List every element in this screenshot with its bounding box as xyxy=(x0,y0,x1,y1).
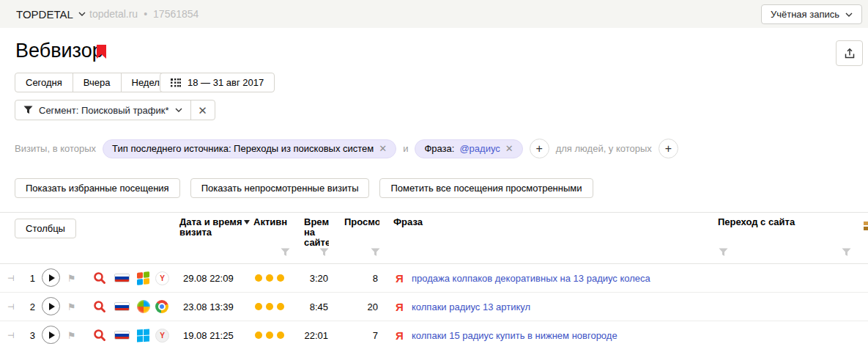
yandex-search-icon: Я xyxy=(396,264,404,292)
visit-datetime: 23.08 13:39 xyxy=(183,293,234,321)
column-filter-icon[interactable] xyxy=(281,248,290,257)
column-header-views[interactable]: Просмот xyxy=(344,217,379,227)
activity-indicator xyxy=(255,264,284,292)
page-title: Вебвизор xyxy=(15,40,103,62)
pin-handle-icon[interactable]: ⊣ xyxy=(7,293,15,321)
action-button-row: Показать избранные посещения Показать не… xyxy=(15,178,593,198)
preset-yesterday-button[interactable]: Вчера xyxy=(73,73,122,92)
show-favorites-button[interactable]: Показать избранные посещения xyxy=(15,178,180,198)
column-filter-icon[interactable] xyxy=(842,248,851,257)
segment-button[interactable]: Сегмент: Поисковый трафик* xyxy=(15,100,190,120)
clipped-header-icon xyxy=(864,222,868,232)
date-range-button[interactable]: 18 — 31 авг 2017 xyxy=(160,73,275,92)
chevron-down-icon xyxy=(175,108,182,112)
play-icon xyxy=(49,274,55,282)
people-condition-label: для людей, у которых xyxy=(556,143,652,154)
time-on-site: 8:45 xyxy=(294,293,328,321)
upload-icon xyxy=(844,48,856,59)
flag-icon[interactable]: ⚑ xyxy=(67,321,76,344)
plus-icon: + xyxy=(536,142,543,155)
close-icon: ✕ xyxy=(198,105,207,116)
mark-all-viewed-button[interactable]: Пометить все посещения просмотренными xyxy=(379,178,593,198)
time-on-site: 3:20 xyxy=(294,264,328,292)
account-menu-label: Учётная запись xyxy=(771,9,839,20)
search-phrase-link[interactable]: продажа колпаков декоративных на 13 ради… xyxy=(412,273,650,284)
column-header-datetime[interactable]: Дата и время визита xyxy=(179,217,247,238)
add-visit-condition-button[interactable]: + xyxy=(530,139,549,158)
column-header-time-on-site[interactable]: Врем на сайте xyxy=(304,217,329,248)
pin-handle-icon[interactable]: ⊣ xyxy=(7,321,15,344)
column-filter-icon[interactable] xyxy=(371,248,380,257)
column-filter-icon[interactable] xyxy=(719,248,728,257)
page-views: 20 xyxy=(346,293,378,321)
site-domain: topdetal.ru xyxy=(89,8,138,20)
phrase-cell: продажа колпаков декоративных на 13 ради… xyxy=(412,264,650,292)
source-type-chip[interactable]: Тип последнего источника: Переходы из по… xyxy=(103,139,396,158)
time-on-site: 22:01 xyxy=(294,321,328,344)
visit-datetime: 29.08 22:09 xyxy=(183,264,234,292)
phrase-chip[interactable]: Фраза: @радиус ✕ xyxy=(415,139,522,158)
os-windows-7-icon xyxy=(137,293,150,321)
region-flag-icon xyxy=(114,331,130,340)
row-number: 3 xyxy=(23,321,35,344)
dot-separator: • xyxy=(144,8,147,20)
visit-datetime: 19.08 21:25 xyxy=(183,321,234,344)
column-header-phrase[interactable]: Фраза xyxy=(393,217,423,227)
table-row: ⊣ 3 ⚑ Y 19.08 21:25 22:01 7 Я xyxy=(0,321,868,344)
account-menu-button[interactable]: Учётная запись xyxy=(761,4,862,24)
segment-control: Сегмент: Поисковый трафик* ✕ xyxy=(15,100,215,120)
os-windows-8-icon xyxy=(137,321,149,344)
preset-today-button[interactable]: Сегодня xyxy=(15,73,73,92)
close-icon[interactable]: ✕ xyxy=(505,144,513,153)
table-header: Столбцы Дата и время визита Активн Врем … xyxy=(0,213,868,264)
yandex-search-icon: Я xyxy=(396,293,404,321)
close-icon[interactable]: ✕ xyxy=(379,144,387,153)
flag-icon[interactable]: ⚑ xyxy=(67,293,76,321)
table-row: ⊣ 1 ⚑ Y 29.08 22:09 3:20 8 Я xyxy=(0,264,868,293)
phrase-cell: колпаки 15 радиус купить в нижнем новгор… xyxy=(412,321,617,344)
chevron-down-icon xyxy=(78,12,86,16)
filter-icon xyxy=(23,106,33,114)
table-body: ⊣ 1 ⚑ Y 29.08 22:09 3:20 8 Я xyxy=(0,264,868,344)
search-phrase-link[interactable]: колпаки радиус 13 артикул xyxy=(412,301,530,312)
search-traffic-icon xyxy=(93,321,106,344)
counter-id: 17561854 xyxy=(153,8,199,20)
region-flag-icon xyxy=(114,302,130,311)
browser-yandex-icon: Y xyxy=(155,264,169,292)
os-windows-xp-icon xyxy=(137,264,149,292)
source-type-chip-label: Тип последнего источника: Переходы из по… xyxy=(112,143,374,154)
date-preset-group: Сегодня Вчера Неделя xyxy=(15,73,176,92)
show-unviewed-button[interactable]: Показать непросмотренные визиты xyxy=(190,178,370,198)
calendar-icon xyxy=(171,78,181,87)
phrase-chip-value: @радиус xyxy=(459,143,500,154)
yandex-search-icon: Я xyxy=(396,321,404,344)
visits-table: Столбцы Дата и время визита Активн Врем … xyxy=(0,212,868,344)
row-number: 2 xyxy=(23,293,35,321)
add-people-condition-button[interactable]: + xyxy=(659,139,678,158)
date-range-label: 18 — 31 авг 2017 xyxy=(188,77,264,88)
browser-yandex-icon: Y xyxy=(155,321,169,344)
phrase-cell: колпаки радиус 13 артикул xyxy=(412,293,530,321)
table-row: ⊣ 2 ⚑ 23.08 13:39 8:45 20 Я колпаки рад xyxy=(0,293,868,321)
browser-chrome-icon xyxy=(155,293,168,321)
play-button[interactable] xyxy=(42,268,60,287)
chevron-down-icon xyxy=(845,12,853,17)
webvisor-page: TOPDETAL topdetal.ru • 17561854 Учётная … xyxy=(0,0,868,344)
play-button[interactable] xyxy=(42,297,60,315)
flag-icon[interactable]: ⚑ xyxy=(67,264,76,292)
columns-button[interactable]: Столбцы xyxy=(15,219,76,238)
column-header-referrer[interactable]: Переход с сайта xyxy=(718,217,795,227)
pin-handle-icon[interactable]: ⊣ xyxy=(7,264,15,292)
search-phrase-link[interactable]: колпаки 15 радиус купить в нижнем новгор… xyxy=(412,330,617,341)
counter-switcher[interactable]: TOPDETAL xyxy=(16,0,86,28)
export-button[interactable] xyxy=(836,40,863,66)
row-number: 1 xyxy=(23,264,35,292)
activity-indicator xyxy=(255,321,284,344)
activity-indicator xyxy=(255,293,284,321)
plus-icon: + xyxy=(665,142,672,155)
column-filter-icon[interactable] xyxy=(319,248,329,257)
column-header-activity[interactable]: Активн xyxy=(253,217,288,227)
play-button[interactable] xyxy=(42,326,60,344)
segment-close-button[interactable]: ✕ xyxy=(190,100,215,120)
search-traffic-icon xyxy=(93,264,106,292)
